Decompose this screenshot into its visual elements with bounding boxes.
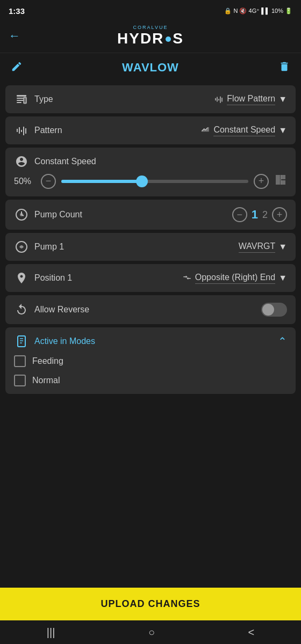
upload-changes-button[interactable]: UPLOAD CHANGES: [0, 588, 301, 620]
page-title: WAVLOW: [122, 61, 179, 75]
allow-reverse-toggle[interactable]: [261, 303, 287, 317]
speed-increase-button[interactable]: +: [254, 174, 269, 189]
split-view-icon[interactable]: [274, 173, 287, 189]
pattern-label: Pattern: [34, 126, 195, 135]
battery-icon: 🔒 N 🔇 4G⁺ ▌▌ 10% 🔋: [224, 8, 292, 14]
svg-rect-3: [17, 102, 22, 103]
speed-percentage: 50%: [14, 177, 35, 186]
pump-count-increase-button[interactable]: +: [272, 207, 287, 222]
app-logo: CORALVUE HYDRS: [117, 25, 184, 47]
pump1-icon: [14, 240, 29, 253]
status-time: 1:33: [9, 6, 25, 16]
allow-reverse-row: Allow Reverse: [14, 303, 287, 317]
pattern-icon: [14, 124, 29, 137]
type-row: Type Flow Pattern ▼: [14, 93, 287, 106]
nav-recent-apps-button[interactable]: |||: [47, 626, 55, 639]
speed-decrease-button[interactable]: −: [41, 174, 56, 189]
feeding-label: Feeding: [32, 356, 63, 366]
constant-speed-icon: [14, 155, 29, 168]
pump-count-label: Pump Count: [34, 210, 227, 219]
pump-count-inactive-value: 2: [262, 209, 268, 221]
pump1-row: Pump 1 WAVRGT ▼: [14, 240, 287, 253]
modes-title: Active in Modes: [34, 336, 273, 346]
pump1-card: Pump 1 WAVRGT ▼: [5, 233, 296, 261]
logo-top-text: CORALVUE: [133, 25, 168, 30]
slider-fill: [61, 180, 146, 183]
nav-back-button[interactable]: <: [248, 626, 255, 639]
slider-row: 50% − +: [14, 173, 287, 189]
modes-icon: [14, 335, 29, 348]
slider-thumb[interactable]: [136, 175, 148, 187]
status-icons: 🔒 N 🔇 4G⁺ ▌▌ 10% 🔋: [224, 8, 292, 14]
edit-icon[interactable]: [11, 61, 23, 75]
feeding-checkbox[interactable]: [14, 355, 26, 367]
pattern-row: Pattern Constant Speed ▼: [14, 124, 287, 137]
pump-count-decrease-button[interactable]: −: [232, 207, 247, 222]
svg-rect-2: [17, 100, 24, 101]
svg-rect-1: [17, 98, 24, 99]
normal-checkbox[interactable]: [14, 375, 26, 386]
constant-speed-label: Constant Speed: [34, 157, 287, 166]
active-modes-card: Active in Modes ⌃ Feeding Normal: [5, 327, 296, 394]
pump-count-controls: − 1 2 +: [232, 207, 287, 222]
mode-feeding-item: Feeding: [14, 355, 287, 367]
type-dropdown-arrow: ▼: [278, 94, 287, 104]
pattern-card: Pattern Constant Speed ▼: [5, 116, 296, 144]
position1-icon: [14, 272, 29, 284]
allow-reverse-card: Allow Reverse: [5, 295, 296, 324]
type-value[interactable]: Flow Pattern ▼: [214, 94, 287, 105]
normal-label: Normal: [32, 376, 60, 385]
back-button[interactable]: ←: [9, 29, 20, 43]
svg-rect-5: [281, 175, 281, 185]
position1-dropdown-arrow: ▼: [278, 273, 287, 283]
page-title-bar: WAVLOW: [0, 53, 301, 82]
speed-slider[interactable]: [61, 180, 248, 183]
svg-point-7: [20, 213, 23, 216]
pump-count-row: Pump Count − 1 2 +: [14, 207, 287, 222]
modes-header: Active in Modes ⌃: [14, 335, 287, 348]
pump1-value[interactable]: WAVRGT ▼: [239, 241, 287, 253]
pattern-value[interactable]: Constant Speed ▼: [200, 125, 287, 136]
pattern-dropdown-arrow: ▼: [278, 126, 287, 135]
logo-dot: [166, 36, 171, 42]
nav-home-button[interactable]: ○: [148, 626, 155, 639]
app-header: ← CORALVUE HYDRS: [0, 19, 301, 53]
modes-chevron-icon[interactable]: ⌃: [278, 335, 287, 348]
svg-rect-9: [18, 336, 25, 347]
position1-label: Position 1: [34, 273, 177, 283]
position1-card: Position 1 Opposite (Right) End ▼: [5, 264, 296, 292]
position1-row: Position 1 Opposite (Right) End ▼: [14, 272, 287, 284]
type-label: Type: [34, 94, 209, 104]
logo-main-text: HYDRS: [117, 30, 184, 47]
pump1-dropdown-arrow: ▼: [278, 242, 287, 252]
allow-reverse-label: Allow Reverse: [34, 305, 256, 314]
constant-speed-header: Constant Speed: [14, 155, 287, 168]
toggle-knob: [262, 304, 274, 316]
type-card: Type Flow Pattern ▼: [5, 85, 296, 113]
pump1-label: Pump 1: [34, 242, 233, 252]
pump-count-active-value: 1: [252, 208, 258, 222]
pump-count-card: Pump Count − 1 2 +: [5, 200, 296, 230]
constant-speed-card: Constant Speed 50% − +: [5, 148, 296, 196]
allow-reverse-icon: [14, 303, 29, 316]
mode-normal-item: Normal: [14, 375, 287, 386]
status-bar: 1:33 🔒 N 🔇 4G⁺ ▌▌ 10% 🔋: [0, 0, 301, 19]
pump-count-icon: [14, 208, 29, 221]
bottom-nav: ||| ○ <: [0, 620, 301, 644]
position1-value[interactable]: Opposite (Right) End ▼: [182, 273, 287, 284]
type-icon: [14, 93, 29, 106]
delete-icon[interactable]: [278, 61, 290, 75]
speed-slider-section: 50% − +: [14, 173, 287, 189]
